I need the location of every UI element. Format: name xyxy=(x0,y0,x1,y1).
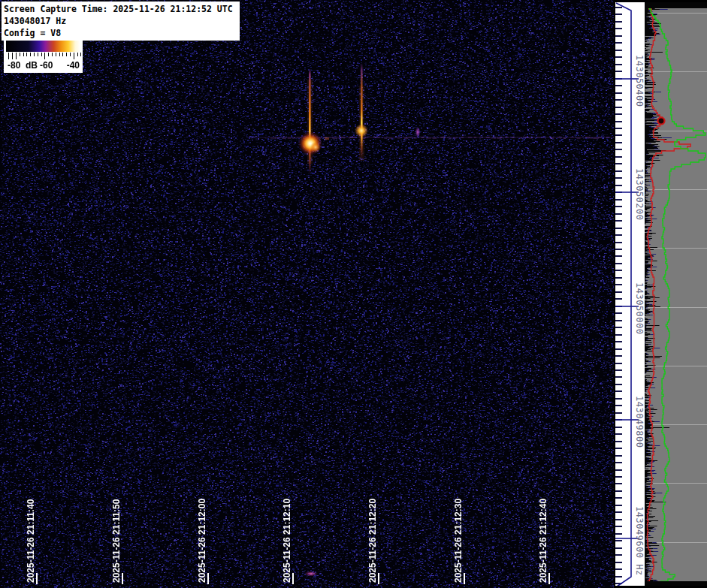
colorbar-labels: -80 dB -60 -40 xyxy=(6,60,80,71)
time-axis-tick xyxy=(548,573,550,584)
colorbar-tick xyxy=(70,53,71,56)
colorbar-tick xyxy=(59,53,60,56)
colorbar-tick xyxy=(26,53,27,56)
capture-time-text: Screen Capture Time: 2025-11-26 21:12:52… xyxy=(4,3,237,15)
colorbar-tick xyxy=(8,53,9,59)
frequency-axis-label: 143049600 Hz xyxy=(634,506,645,576)
colorbar-label-db: dB xyxy=(26,60,38,71)
time-axis-tick xyxy=(292,573,294,584)
frequency-scale: 1430504001430502001430500001430498001430… xyxy=(615,0,645,588)
colorbar-tick xyxy=(20,53,20,56)
colorbar-tick xyxy=(41,53,42,56)
colorbar-tick xyxy=(44,53,45,59)
center-frequency-text: 143048017 Hz xyxy=(4,15,237,27)
colorbar-tick xyxy=(16,53,17,59)
colorbar-label-minus60: -60 xyxy=(40,60,53,71)
colorbar-tick xyxy=(52,53,53,56)
app-window: Screen Capture Time: 2025-11-26 21:12:52… xyxy=(0,0,707,588)
time-axis-tick xyxy=(36,573,38,584)
time-axis-label: 2025-11-26 21:12:00 xyxy=(197,499,207,583)
time-axis-label: 2025-11-26 21:12:30 xyxy=(453,499,464,583)
colorbar-tick xyxy=(66,53,67,56)
time-axis-tick xyxy=(464,573,465,584)
colorbar-tick xyxy=(77,53,78,56)
colorbar-label-minus40: -40 xyxy=(67,60,80,71)
intensity-colorbar: -80 dB -60 -40 xyxy=(4,39,83,73)
top-border xyxy=(614,0,707,2)
colorbar-tick xyxy=(30,53,31,56)
frequency-axis-label: 143050000 xyxy=(634,282,645,335)
colorbar-tick xyxy=(38,53,38,56)
capture-info-box: Screen Capture Time: 2025-11-26 21:12:52… xyxy=(2,2,240,41)
colorbar-tick xyxy=(23,53,24,56)
time-axis-tick xyxy=(207,573,209,584)
time-axis-tick xyxy=(122,573,123,584)
colorbar-ticks xyxy=(6,53,80,60)
colorbar-label-minus80: -80 xyxy=(8,60,20,71)
colorbar-gradient xyxy=(6,41,80,52)
frequency-axis-label: 143050400 xyxy=(634,55,645,107)
colorbar-tick xyxy=(80,53,81,56)
colorbar-tick xyxy=(56,53,56,56)
frequency-axis-label: 143050200 xyxy=(634,168,645,221)
colorbar-tick xyxy=(62,53,63,56)
config-text: Config = V8 xyxy=(4,27,237,39)
time-axis-tick xyxy=(378,573,379,584)
time-axis-label: 2025-11-26 21:12:40 xyxy=(538,499,548,583)
colorbar-tick xyxy=(34,53,35,56)
spectrogram-waterfall xyxy=(0,0,615,588)
frequency-axis-label: 143049800 xyxy=(634,396,645,448)
colorbar-tick xyxy=(74,53,74,59)
time-axis-label: 2025-11-26 21:11:50 xyxy=(111,499,122,583)
waterfall-scale-divider xyxy=(614,0,615,588)
colorbar-tick xyxy=(12,53,13,59)
colorbar-tick xyxy=(48,53,49,56)
time-axis-label: 2025-11-26 21:11:40 xyxy=(26,499,36,583)
spectrum-panel xyxy=(645,0,707,588)
time-axis-label: 2025-11-26 21:12:20 xyxy=(367,499,378,583)
time-axis-label: 2025-11-26 21:12:10 xyxy=(282,499,292,583)
